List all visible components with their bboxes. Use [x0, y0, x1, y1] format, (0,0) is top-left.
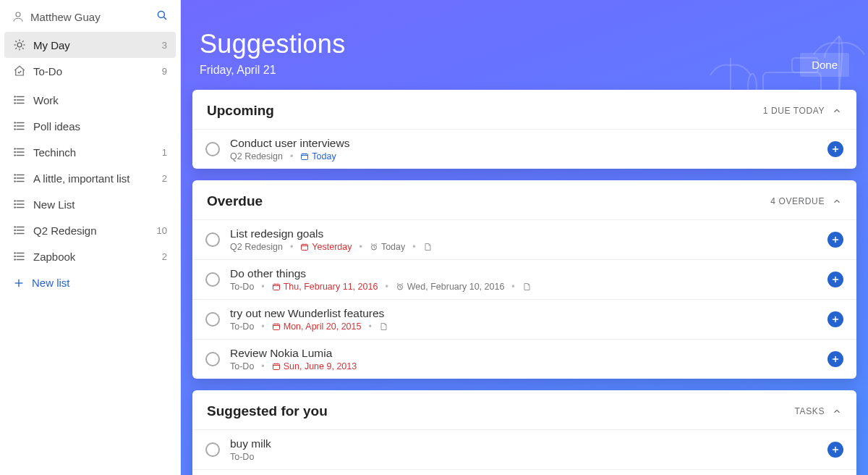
- sidebar-item-techinch[interactable]: Techinch1: [4, 139, 176, 165]
- calendar-icon: [300, 243, 309, 251]
- add-to-my-day-button[interactable]: [827, 141, 843, 157]
- sidebar-item-label: Q2 Redesign: [33, 224, 97, 237]
- alarm-icon: [396, 282, 404, 291]
- list-icon: [13, 198, 26, 211]
- sidebar-item-label: My Day: [33, 39, 70, 51]
- calendar-icon: [300, 152, 309, 161]
- sidebar-item-label: Techinch: [33, 146, 76, 159]
- sidebar-item-to-do[interactable]: To-Do9: [4, 58, 176, 84]
- section-title: Overdue: [207, 193, 263, 209]
- task-row[interactable]: get car washedTo-Do: [192, 469, 856, 475]
- add-to-my-day-button[interactable]: [827, 311, 843, 327]
- task-row[interactable]: try out new Wunderlist featuresTo-DoMon,…: [192, 299, 856, 339]
- section-header[interactable]: Suggested for youTASKS: [192, 390, 856, 429]
- sidebar-item-a-little-important-list[interactable]: A little, important list2: [4, 165, 176, 191]
- section-title: Upcoming: [207, 103, 274, 119]
- sidebar-item-count: 1: [162, 147, 167, 158]
- task-due: Mon, April 20, 2015: [272, 321, 362, 332]
- task-list-name: Q2 Redesign: [230, 242, 283, 252]
- section-overdue: Overdue4 OVERDUEList redesign goalsQ2 Re…: [192, 180, 856, 379]
- sidebar-item-count: 2: [162, 173, 167, 184]
- task-title: Do other things: [230, 267, 531, 280]
- task-due: Today: [300, 151, 336, 161]
- add-to-my-day-button[interactable]: [827, 232, 843, 248]
- complete-checkbox[interactable]: [205, 232, 220, 247]
- header-date: Friday, April 21: [200, 64, 345, 77]
- sidebar-item-zapbook[interactable]: Zapbook2: [4, 243, 176, 269]
- list-icon: [13, 93, 26, 106]
- section-summary: 1 DUE TODAY: [763, 106, 825, 116]
- task-row[interactable]: Do other thingsTo-DoThu, February 11, 20…: [192, 259, 856, 299]
- chevron-up-icon: [832, 106, 842, 116]
- plus-icon: [831, 445, 840, 454]
- note-icon: [379, 322, 388, 331]
- task-title: buy milk: [230, 437, 271, 450]
- list-icon: [13, 172, 26, 185]
- sidebar-item-label: Zapbook: [33, 251, 75, 263]
- task-list-name: Q2 Redesign: [230, 151, 283, 161]
- list-icon: [13, 119, 26, 133]
- chevron-up-icon: [832, 196, 842, 206]
- section-summary: TASKS: [795, 406, 825, 416]
- task-list-name: To-Do: [230, 321, 254, 332]
- add-to-my-day-button[interactable]: [827, 442, 843, 458]
- complete-checkbox[interactable]: [205, 312, 220, 327]
- sidebar: Matthew Guay My Day3To-Do9WorkPoll ideas…: [0, 0, 181, 475]
- task-list-name: To-Do: [230, 282, 254, 292]
- page-title: Suggestions: [200, 29, 345, 59]
- sidebar-item-my-day[interactable]: My Day3: [4, 32, 176, 58]
- task-row[interactable]: Conduct user interviewsQ2 RedesignToday: [192, 129, 856, 169]
- sidebar-item-count: 2: [162, 251, 167, 262]
- task-reminder: Today: [370, 242, 405, 252]
- new-list-button[interactable]: New list: [4, 269, 176, 296]
- plus-icon: [831, 315, 840, 324]
- task-title: try out new Wunderlist features: [230, 307, 388, 320]
- done-button[interactable]: Done: [800, 53, 849, 77]
- task-row[interactable]: buy milkTo-Do: [192, 429, 856, 469]
- plus-icon: [13, 277, 25, 289]
- new-list-label: New list: [32, 277, 70, 289]
- task-list-name: To-Do: [230, 361, 254, 371]
- plus-icon: [831, 355, 840, 363]
- add-to-my-day-button[interactable]: [827, 351, 843, 367]
- sidebar-item-q2-redesign[interactable]: Q2 Redesign10: [4, 217, 176, 243]
- complete-checkbox[interactable]: [205, 272, 220, 287]
- task-list-name: To-Do: [230, 452, 254, 462]
- sidebar-item-count: 3: [162, 40, 167, 51]
- sidebar-item-work[interactable]: Work: [4, 87, 176, 113]
- complete-checkbox[interactable]: [205, 352, 220, 366]
- section-upcoming: Upcoming1 DUE TODAYConduct user intervie…: [192, 90, 856, 169]
- svg-point-0: [16, 12, 20, 17]
- section-header[interactable]: Upcoming1 DUE TODAY: [192, 90, 856, 129]
- note-icon: [423, 243, 432, 251]
- task-title: Review Nokia Lumia: [230, 347, 357, 360]
- add-to-my-day-button[interactable]: [827, 272, 843, 287]
- main: Suggestions Friday, April 21 Done Upcomi…: [181, 0, 868, 475]
- house-icon: [13, 64, 26, 77]
- task-row[interactable]: Review Nokia LumiaTo-DoSun, June 9, 2013: [192, 339, 856, 379]
- section-summary: 4 OVERDUE: [770, 196, 825, 206]
- list-icon: [13, 250, 26, 263]
- search-button[interactable]: [156, 9, 169, 25]
- person-icon: [12, 10, 25, 23]
- sidebar-item-label: A little, important list: [33, 172, 129, 185]
- account-button[interactable]: Matthew Guay: [12, 10, 101, 23]
- search-icon: [156, 9, 169, 22]
- task-due: Thu, February 11, 2016: [272, 282, 378, 292]
- task-reminder: Wed, February 10, 2016: [396, 282, 505, 292]
- header: Suggestions Friday, April 21 Done: [181, 0, 868, 90]
- user-name: Matthew Guay: [30, 11, 101, 23]
- task-title: List redesign goals: [230, 227, 432, 240]
- task-row[interactable]: List redesign goalsQ2 RedesignYesterdayT…: [192, 219, 856, 259]
- plus-icon: [831, 235, 840, 244]
- sidebar-item-new-list[interactable]: New List: [4, 191, 176, 217]
- sidebar-item-poll-ideas[interactable]: Poll ideas: [4, 113, 176, 139]
- complete-checkbox[interactable]: [205, 142, 220, 156]
- section-header[interactable]: Overdue4 OVERDUE: [192, 180, 856, 219]
- task-due: Sun, June 9, 2013: [272, 361, 357, 371]
- alarm-icon: [370, 243, 378, 251]
- complete-checkbox[interactable]: [205, 442, 220, 457]
- sidebar-item-label: New List: [33, 198, 75, 211]
- calendar-icon: [272, 322, 281, 331]
- calendar-icon: [272, 282, 281, 291]
